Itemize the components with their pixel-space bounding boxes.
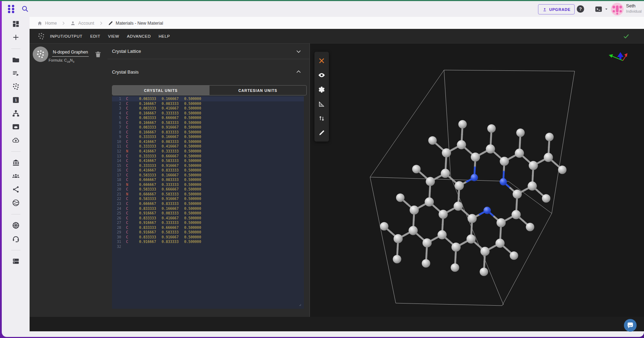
basis-line[interactable]: 19N0.6666670.3333330.500000 (112, 182, 304, 187)
breadcrumb-label: Home (45, 21, 57, 26)
section-crystal-lattice[interactable]: Crystal Lattice (107, 44, 310, 59)
user-role: Individual (626, 9, 642, 13)
basis-line[interactable]: 17C0.5833330.1666670.500000 (112, 173, 304, 178)
basis-line-empty[interactable]: 32 (112, 244, 304, 249)
sidebar-divider (11, 151, 20, 152)
sidebar-item-headset[interactable] (12, 234, 20, 243)
basis-line[interactable]: 20C0.5833330.6666670.500000 (112, 187, 304, 192)
basis-line[interactable]: 16C0.4166670.8333330.500000 (112, 168, 304, 173)
basis-line[interactable]: 21N0.6666670.5833330.500000 (112, 192, 304, 197)
sidebar-item-dashboard[interactable] (12, 20, 20, 28)
basis-line[interactable]: 22C0.5833330.9166670.500000 (112, 196, 304, 201)
viewer-close-button[interactable] (317, 54, 327, 68)
basis-line[interactable]: 29C0.9166670.5833330.500000 (112, 230, 304, 235)
bottom-bar (30, 317, 644, 331)
terminal-icon[interactable] (594, 6, 604, 13)
sidebar-item-cloud-upload[interactable] (12, 136, 20, 144)
mat3ra-logo-icon[interactable] (6, 4, 16, 14)
resize-grip-icon[interactable] (299, 304, 303, 308)
editor-menu-bar: INPUT/OUTPUTEDITVIEWADVANCEDHELP (30, 29, 644, 43)
app-root: UPGRADE ? Seth Individual HomeAccountMat… (0, 0, 644, 338)
viewer-3d[interactable] (310, 43, 644, 317)
save-check-icon[interactable] (623, 32, 630, 40)
sidebar-item-folder[interactable] (12, 56, 20, 64)
section-label: Crystal Lattice (112, 49, 141, 54)
basis-line[interactable]: 28C0.8333330.6666670.500000 (112, 225, 304, 230)
viewer-gear-button[interactable] (317, 82, 327, 97)
import-export-icon (318, 115, 325, 122)
basis-line[interactable]: 25C0.9166670.0833330.500000 (112, 211, 304, 216)
section-crystal-basis[interactable]: Crystal Basis (107, 59, 310, 84)
scatter-grip-icon (37, 32, 45, 40)
help-button[interactable]: ? (577, 5, 584, 13)
breadcrumb-item-account[interactable]: Account (70, 20, 94, 26)
basis-line[interactable]: 31C0.9166670.8333330.500000 (112, 239, 304, 244)
menu-item-advanced[interactable]: ADVANCED (127, 34, 151, 38)
basis-line[interactable]: 8C0.1666670.8333330.500000 (112, 130, 304, 135)
basis-line[interactable]: 5C0.0833330.6666670.500000 (112, 115, 304, 120)
chevron-right-icon (61, 21, 66, 26)
basis-line[interactable]: 4C0.1666670.3333330.500000 (112, 111, 304, 116)
basis-line[interactable]: 12N0.4166670.3333330.500000 (112, 149, 304, 154)
axes-gizmo-icon[interactable] (607, 50, 631, 65)
material-editor-panel: Crystal Lattice Crystal Basis CRYSTAL UN… (107, 43, 310, 317)
avatar[interactable] (611, 3, 624, 15)
menu-item-help[interactable]: HELP (158, 34, 170, 38)
breadcrumb-item-home[interactable]: Home (37, 20, 57, 26)
sidebar-item-hierarchy[interactable] (12, 109, 20, 118)
sidebar-item-share[interactable] (12, 185, 20, 194)
menu-item-view[interactable]: VIEW (108, 34, 119, 38)
chat-button[interactable] (624, 319, 637, 332)
basis-line[interactable]: 2C0.1666670.0833330.500000 (112, 101, 304, 106)
basis-line[interactable]: 7C0.0833330.9166670.500000 (112, 125, 304, 130)
sidebar: 1 (2, 17, 30, 327)
breadcrumb-label: Materials - New Material (116, 21, 163, 26)
upgrade-label: UPGRADE (549, 7, 571, 12)
basis-line[interactable]: 18C0.6666670.0833330.500000 (112, 177, 304, 182)
home-icon (37, 20, 43, 26)
basis-line[interactable]: 6C0.1666670.5833330.500000 (112, 120, 304, 125)
chevron-right-icon (99, 21, 104, 26)
viewer-set-square-button[interactable] (317, 97, 327, 111)
upgrade-button[interactable]: UPGRADE (538, 4, 575, 14)
basis-line[interactable]: 23C0.6666670.8333330.500000 (112, 201, 304, 206)
material-avatar[interactable] (33, 46, 48, 62)
material-name-input[interactable] (52, 49, 89, 57)
chevron-down-icon[interactable] (604, 7, 608, 11)
menu-items: INPUT/OUTPUTEDITVIEWADVANCEDHELP (50, 34, 178, 38)
tab-cartesian-units[interactable]: CARTESIAN UNITS (210, 86, 307, 95)
basis-line[interactable]: 1C0.0833330.1666670.500000 (112, 96, 304, 101)
viewer-pencil-button[interactable] (317, 126, 327, 140)
sidebar-item-storage[interactable] (12, 257, 20, 265)
sidebar-item-globe[interactable] (12, 199, 20, 207)
basis-line[interactable]: 24C0.8333330.1666670.500000 (112, 206, 304, 211)
tab-crystal-units[interactable]: CRYSTAL UNITS (112, 86, 210, 95)
basis-line[interactable]: 14C0.4166670.5833330.500000 (112, 158, 304, 163)
search-icon[interactable] (21, 5, 29, 13)
viewer-import-export-button[interactable] (317, 111, 327, 126)
basis-line[interactable]: 15C0.3333330.9166670.500000 (112, 163, 304, 168)
basis-code-editor[interactable]: 1C0.0833330.1666670.5000002C0.1666670.08… (112, 96, 304, 309)
basis-line[interactable]: 27C0.9166670.3333330.500000 (112, 220, 304, 225)
menu-item-edit[interactable]: EDIT (90, 34, 100, 38)
set-square-icon (318, 100, 325, 108)
basis-line[interactable]: 11C0.3333330.4166670.500000 (112, 144, 304, 149)
sidebar-item-image-box[interactable] (12, 123, 20, 131)
sidebar-item-plus[interactable] (12, 33, 20, 42)
sidebar-item-people[interactable] (12, 172, 20, 180)
sidebar-item-one-box[interactable]: 1 (12, 96, 20, 104)
basis-line[interactable]: 30C0.8333330.9166670.500000 (112, 235, 304, 240)
sidebar-item-scatter[interactable] (12, 82, 20, 91)
sidebar-item-bank[interactable] (12, 158, 20, 167)
basis-line[interactable]: 26C0.8333330.4166670.500000 (112, 216, 304, 221)
sidebar-item-wheel[interactable] (12, 221, 20, 230)
basis-line[interactable]: 3C0.0833330.4166670.500000 (112, 106, 304, 111)
basis-line[interactable]: 13C0.3333330.6666670.500000 (112, 154, 304, 159)
chevron-down-icon (295, 48, 302, 55)
delete-material-icon[interactable] (94, 51, 102, 58)
basis-line[interactable]: 9C0.3333330.1666670.500000 (112, 134, 304, 139)
sidebar-item-playlist[interactable] (12, 69, 20, 77)
basis-line[interactable]: 10C0.4166670.0833330.500000 (112, 139, 304, 144)
viewer-eye-button[interactable] (317, 68, 327, 82)
menu-item-input-output[interactable]: INPUT/OUTPUT (50, 34, 82, 38)
